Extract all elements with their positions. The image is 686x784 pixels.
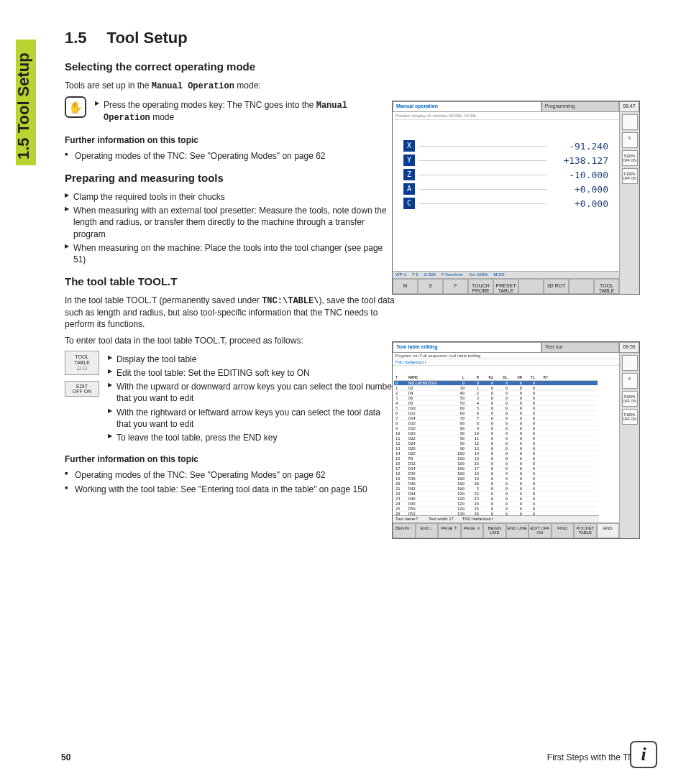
edit-toggle-icon: EDIT OFF ON [65,381,99,397]
shot1-statusbar: WP-1T 5G:500F 0mm/minOvr 100%M:5/9 [393,271,619,278]
sec3-fb1: Operating modes of the TNC: See "Operati… [65,469,395,481]
shot2-title-b: Test run [541,342,619,353]
override-knob[interactable]: S [622,373,638,389]
softkey[interactable]: S [418,279,443,294]
page-footer: 50 First Steps with the TNC 640 [61,752,657,762]
sec3-s5: To leave the tool table, press the END k… [108,432,395,443]
axis-row: C+0.000 [403,197,608,210]
table-row[interactable]: 7D147070000 [394,416,598,421]
softkey[interactable]: END LINE [506,523,529,538]
table-row[interactable]: 6D126060000 [394,411,598,416]
sec3-s2: Edit the tool table: Set the EDITING sof… [108,367,395,379]
override-knob[interactable]: S100% OFF ON [622,391,638,407]
screenshot-manual-operation: Manual operation Programming 08:47 Posit… [392,101,640,295]
sec1-further-heading: Further information on this topic [65,134,395,146]
shot1-time: 08:47 [619,101,639,112]
table-row[interactable]: 17D34100170000 [394,466,598,471]
table-row[interactable]: 12D2490120000 [394,441,598,446]
table-row[interactable]: 16D32100160000 [394,461,598,466]
table-row[interactable]: 9D189090000 [394,426,598,431]
softkey[interactable]: PRESET TABLE [493,279,518,294]
main-content: 1.5Tool Setup Selecting the correct oper… [65,29,395,495]
override-knob[interactable] [622,355,638,371]
tool-table-icon: TOOL TABLE ⎔ ⎔ [65,351,99,375]
softkey[interactable]: END ↓ [416,523,439,538]
override-knob[interactable]: S100% OFF ON [622,150,638,166]
sec3-s3: With the upward or downward arrow keys y… [108,381,395,404]
sec2-b2: When measuring with an external tool pre… [65,205,395,240]
table-row[interactable]: 15R3100130000 [394,456,598,461]
table-row[interactable]: 22D44120220000 [394,492,598,497]
section3-heading: The tool table TOOL.T [65,275,395,287]
sec2-b1: Clamp the required tools in their chucks [65,191,395,203]
sec3-fb2: Working with the tool table: See "Enteri… [65,484,395,495]
sec1-step: Press the operating modes key: The TNC g… [95,99,395,124]
table-row[interactable]: 3D65030000 [394,396,598,401]
softkey[interactable]: POCKET TABLE [574,523,597,538]
shot2-title-a: Tool table editing [393,342,541,353]
table-header: TNAMELRR2DLDRTLRT [394,374,598,381]
table-row[interactable]: 10D2090100000 [394,431,598,436]
softkey[interactable]: BEGIN LINE [483,523,506,538]
softkey[interactable]: TOUCH PROBE [468,279,493,294]
shot2-path: TNC:\table\tool.t [393,359,619,366]
table-row[interactable]: 8D168080000 [394,421,598,426]
section1-heading: Selecting the correct operating mode [65,60,395,73]
softkey[interactable]: FIND [552,523,575,538]
softkey[interactable]: PAGE ⇑ [438,523,461,538]
table-row[interactable]: 4D85040000 [394,401,598,406]
table-row[interactable]: 24D48120240000 [394,502,598,507]
table-row[interactable]: 11D2290110000 [394,436,598,441]
shot2-status: Tool name? Text width 17 TNC:\table\tool… [393,515,599,522]
table-row[interactable]: 19D38100190000 [394,476,598,481]
chapter-side-label: 1.5 Tool Setup [14,52,33,160]
sec3-p2: To enter tool data in the tool table TOO… [65,335,395,346]
shot2-subtitle: Program run Full sequence: tool table ed… [393,353,619,359]
sec3-s4: With the rightward or leftward arrow key… [108,407,395,430]
softkey[interactable]: PAGE ⇓ [461,523,484,538]
section1-intro: Tools are set up in the Manual Operation… [65,80,395,92]
override-knob[interactable] [622,114,638,130]
table-row[interactable]: 5D106050000 [394,406,598,411]
shot1-title-b: Programming [541,101,619,112]
sec2-b3: When measuring on the machine: Place the… [65,242,395,265]
softkey[interactable]: M [393,279,418,294]
override-knob[interactable]: F100% OFF ON [622,168,638,184]
softkey[interactable]: EDIT OFF ON [529,523,552,538]
axis-row: A+0.000 [403,183,608,195]
table-row[interactable]: 23D46120230000 [394,497,598,502]
sec1-further-bullet: Operating modes of the TNC: See "Operati… [65,150,395,162]
table-row[interactable]: 18D36100180000 [394,471,598,476]
hand-icon: ✋ [65,96,86,118]
table-row[interactable]: 14D28100140000 [394,451,598,456]
table-row[interactable]: 13D2690130000 [394,446,598,451]
axis-row: Y+138.127 [403,154,608,167]
softkey[interactable] [518,279,544,294]
shot1-title-a: Manual operation [393,101,541,112]
table-row[interactable]: 21D4210050000 [394,486,598,492]
override-knob[interactable]: F100% OFF ON [622,409,638,425]
sec3-further-heading: Further information on this topic [65,453,395,465]
axis-row: Z-10.000 [403,168,608,181]
screenshot-tool-table: Tool table editing Test run 08:55 Progra… [392,341,640,539]
section2-heading: Preparing and measuring tools [65,172,395,184]
softkey[interactable]: END [597,523,620,538]
table-row[interactable]: 0NULLWERKZEUG000000 [394,381,598,386]
info-icon: i [630,741,657,768]
table-row[interactable]: 20D40100200000 [394,481,598,486]
page-number: 50 [61,752,70,762]
table-row[interactable]: 25D50120250000 [394,507,598,512]
page-title: 1.5Tool Setup [65,29,395,47]
sec3-s1: Display the tool table [108,354,395,365]
softkey[interactable]: TOOL TABLE [594,279,619,294]
shot1-subtitle: Position display of machine MODE: NOML [393,112,619,120]
override-knob[interactable]: S [622,132,638,148]
softkey[interactable]: BEGIN ↑ [393,523,416,538]
table-row[interactable]: 2D44020000 [394,391,598,396]
softkey[interactable]: F [443,279,468,294]
sec3-p1: In the tool table TOOL.T (permanently sa… [65,295,395,331]
table-row[interactable]: 1D23010000 [394,386,598,391]
axis-row: X-91.240 [403,139,608,152]
softkey[interactable] [569,279,594,294]
softkey[interactable]: 3D ROT [544,279,569,294]
